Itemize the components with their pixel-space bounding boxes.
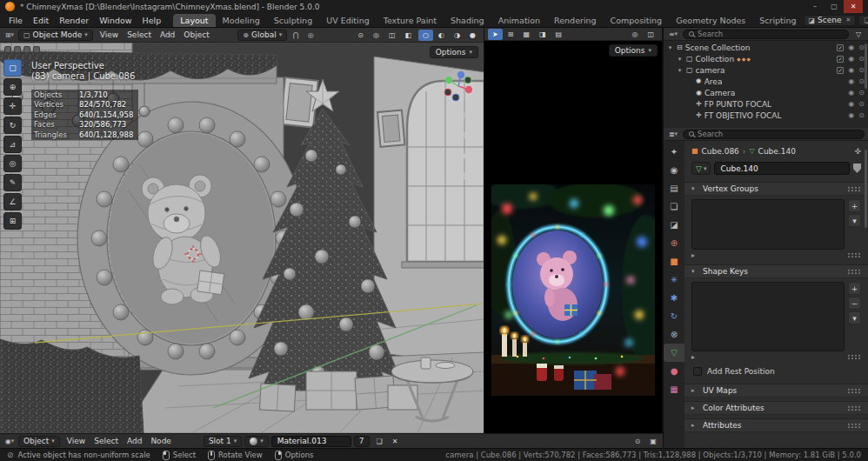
viewlayer-selector[interactable]: ❏ ViewLayer ✕ [858,15,868,26]
shield-icon[interactable] [853,164,861,173]
checkbox-toggle-icon[interactable]: ✓ [837,67,844,74]
toggle-ortho[interactable]: ▦ [458,168,472,182]
tab-render[interactable]: ◉ [664,161,684,179]
eye-toggle-icon[interactable]: ⊙ [858,55,865,63]
tab-scene[interactable]: ◪ [664,216,684,234]
panel-grip-icon[interactable] [847,354,861,360]
outliner-editor-icon[interactable]: ≡▾ [667,29,679,40]
tab-constraints[interactable]: ⊗ [664,325,684,344]
editor-type-icon[interactable]: ⊞▾ [3,30,16,41]
collection[interactable]: ▾ ▢ Collection ◆◆◆ ✓◉⊙ [664,53,868,64]
pin-icon[interactable]: ✜ [854,147,861,156]
camera-toggle-icon[interactable]: ◉ [848,55,854,63]
corner-icon[interactable] [23,46,30,53]
subpanel-arrow-icon[interactable]: ▸ [691,251,695,259]
rotate-tool[interactable]: ↻ [3,117,22,134]
camera-view[interactable]: ◉ [458,148,472,162]
toggle-xray[interactable]: ◧ [401,30,417,41]
fp-punto-focal[interactable]: ✛ FP PUNTO FOCAL ◉⊙ [664,98,868,110]
menu-item[interactable]: Window [94,15,137,26]
properties-editor-icon[interactable]: ≣▾ [667,129,679,140]
workspace-tab[interactable]: Shading [444,14,491,27]
checkbox-toggle-icon[interactable]: ✓ [837,56,844,63]
workspace-tab[interactable]: Layout [173,14,215,27]
blender-logo-icon[interactable] [5,2,15,11]
shape-key-remove[interactable]: − [848,297,861,310]
eye-toggle-icon[interactable]: ⊙ [858,111,865,119]
view-split[interactable]: ◨ [535,29,551,40]
outliner-search-input[interactable]: Search [683,30,849,39]
eye-toggle-icon[interactable]: ⊙ [858,89,865,97]
show-gizmo[interactable]: ◎ [627,29,642,40]
show-overlays[interactable]: ◫ [384,30,400,41]
vertex-group-specials[interactable]: ▾ [848,214,861,227]
viewport-3d[interactable]: ⊞▾ ▢ Object Mode ▾ ViewSelectAddObject ⊕… [0,28,484,433]
color-attributes-panel-header[interactable]: ▸ Color Attributes [684,401,868,415]
shading-rendered[interactable]: ● [465,30,480,41]
workspace-tab[interactable]: Scripting [752,14,803,27]
tab-tool[interactable]: ✦ [664,143,684,161]
camera-object[interactable]: ◉ Camera ◉⊙ [664,87,868,98]
tab-object-data[interactable]: ▽ [664,344,684,362]
attributes-panel-header[interactable]: ▸ Attributes [684,418,868,432]
transform-tool[interactable]: ◎ [3,155,22,172]
select-tool[interactable]: ➤ [488,29,503,40]
eye-toggle-icon[interactable]: ⊙ [858,100,865,108]
checkbox-toggle-icon[interactable]: ✓ [837,44,844,51]
menu-item[interactable]: Render [54,15,94,26]
camera-toggle-icon[interactable]: ◉ [848,77,854,85]
workspace-tab[interactable]: Sculpting [267,14,319,27]
tab-modifiers[interactable]: ✳ [664,271,684,289]
datablock-browse-button[interactable]: ▽▾ [691,162,711,175]
camera-toggle-icon[interactable]: ◉ [848,43,854,51]
minimize[interactable]: – [805,0,825,13]
tweak-select-tool[interactable]: ▢ [3,59,22,77]
camera-toggle-icon[interactable]: ◉ [848,100,854,108]
node-menu-item[interactable]: Add [123,437,146,445]
menu-item[interactable]: Edit [28,15,54,26]
pan-hand[interactable]: ✥ [458,128,472,142]
tab-particles[interactable]: ✱ [664,289,684,307]
add-cube-tool[interactable]: ⊞ [3,212,22,230]
material-users-count[interactable]: 7 [354,436,370,447]
show-overlays[interactable]: ◫ [643,29,658,40]
mode-dropdown[interactable]: ▢ Object Mode ▾ [18,30,93,41]
view-gizmos[interactable]: ⊞ [504,29,518,40]
shader-editor-icon[interactable]: ◉▾ [3,436,16,447]
node-menu-item[interactable]: Select [90,437,123,445]
shading-material[interactable]: ◑ [450,30,464,41]
workspace-tab[interactable]: Modeling [216,14,267,27]
camera-toggle-icon[interactable]: ◉ [848,66,854,74]
panel-grip-icon[interactable] [847,252,861,258]
viewport-menu-item[interactable]: Add [156,30,179,39]
show-gizmo[interactable]: ◎ [369,30,384,41]
viewport-menu-item[interactable]: Select [123,30,156,39]
workspace-tab[interactable]: Compositing [604,14,670,27]
material-browse-button[interactable]: ▾ [244,436,269,447]
breadcrumb-data[interactable]: Cube.140 [758,147,796,156]
material-slot-dropdown[interactable]: Slot 1▾ [204,436,242,447]
menu-item[interactable]: File [3,15,28,26]
tab-object[interactable]: ■ [664,252,684,271]
cursor-tool[interactable]: ⊕ [3,78,22,96]
snap-toggle[interactable]: ⊙ [631,436,644,447]
shading-wireframe[interactable]: ○ [418,30,433,41]
shading-solid[interactable]: ◐ [434,30,449,41]
node-menu-item[interactable]: Node [146,437,176,445]
workspace-tab[interactable]: Texture Paint [377,14,444,27]
filter-icon[interactable]: ▽ [852,29,865,40]
workspace-tab[interactable]: UV Editing [319,14,377,27]
shape-key-add[interactable]: + [848,282,861,295]
zoom[interactable]: ⊕ [458,108,472,122]
transform-orientation-dropdown[interactable]: ⊕ Global ▾ [237,30,287,41]
expand-arrow-icon[interactable]: ▾ [676,67,684,74]
ft-objetivo-focal[interactable]: ✛ FT OBJETIVO FOCAL ◉⊙ [664,110,868,121]
subpanel-arrow-icon[interactable]: ▸ [691,353,695,361]
tab-material[interactable]: ● [664,362,684,380]
expand-arrow-icon[interactable]: ▾ [666,44,674,51]
vertex-group-add[interactable]: + [848,199,861,212]
maximize[interactable]: ▢ [825,0,844,13]
close[interactable]: ✕ [844,0,863,13]
eye-toggle-icon[interactable]: ⊙ [858,43,865,51]
shape-key-specials[interactable]: ▾ [848,311,861,324]
